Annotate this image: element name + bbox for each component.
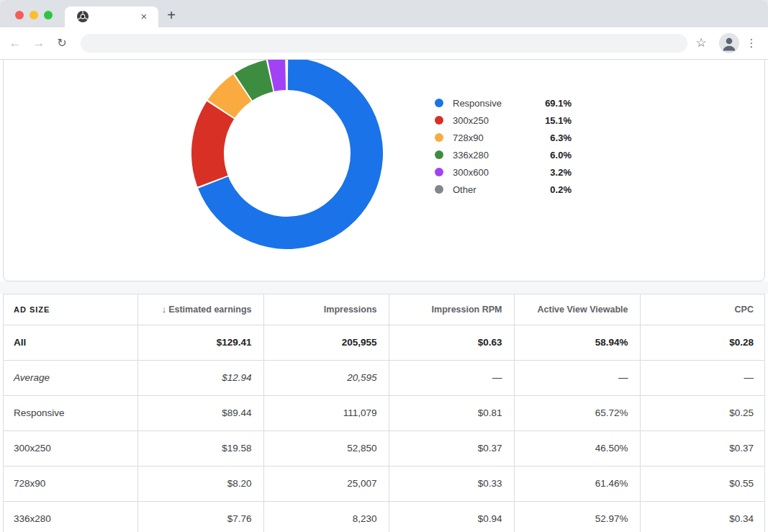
column-header-label: CPC <box>735 305 754 315</box>
reload-icon[interactable]: ↻ <box>53 27 71 59</box>
column-header-ad-size[interactable]: AD SIZE <box>4 294 137 325</box>
legend-value: 69.1% <box>545 98 572 109</box>
cell-value: $0.94 <box>389 501 514 532</box>
cell-value: $0.34 <box>640 501 765 532</box>
new-tab-button[interactable]: + <box>164 8 179 22</box>
browser-tab[interactable]: × <box>65 6 158 27</box>
cell-value: $19.58 <box>137 430 263 466</box>
donut-chart <box>191 60 383 249</box>
traffic-light-zoom-button[interactable] <box>44 11 53 19</box>
cell-value: $0.37 <box>640 430 765 466</box>
legend-item-300x600[interactable]: 300x6003.2% <box>435 163 572 181</box>
browser-menu-icon[interactable]: ⋮ <box>746 27 757 59</box>
donut-segment-300x250[interactable] <box>191 102 234 187</box>
table-row-300x250: 300x250$19.5852,850$0.3746.50%$0.37 <box>4 430 765 466</box>
page-content: Responsive69.1%300x25015.1%728x906.3%336… <box>0 60 768 532</box>
content-divider <box>0 281 768 294</box>
cell-value: — <box>640 360 765 395</box>
browser-window: × + ← → ↻ ☆ ⋮ Responsive69.1%300x25015.1… <box>0 0 768 532</box>
row-label: All <box>4 325 137 360</box>
row-label: Average <box>4 360 137 395</box>
legend-label: Responsive <box>453 98 502 109</box>
sort-descending-icon: ↓ <box>162 304 167 315</box>
cell-value: 25,007 <box>263 466 389 501</box>
legend-value: 6.3% <box>550 132 572 143</box>
legend-swatch-icon <box>435 150 443 159</box>
back-icon[interactable]: ← <box>6 27 24 59</box>
legend-item-300x250[interactable]: 300x25015.1% <box>435 112 572 129</box>
column-header-label: Active View Viewable <box>538 305 628 315</box>
table-row-336x280: 336x280$7.768,230$0.9452.97%$0.34 <box>4 501 765 532</box>
cell-value: 61.46% <box>514 466 640 501</box>
legend-value: 15.1% <box>545 115 572 126</box>
column-header-label: Impression RPM <box>432 305 502 315</box>
tab-close-icon[interactable]: × <box>137 10 150 23</box>
cell-value: 111,079 <box>263 395 389 430</box>
cell-value: 58.94% <box>514 325 640 360</box>
cell-value: 8,230 <box>263 501 389 532</box>
legend-item-Other[interactable]: Other0.2% <box>435 181 572 198</box>
ad-size-chart-card: Responsive69.1%300x25015.1%728x906.3%336… <box>3 60 765 281</box>
tab-favicon-chrome-icon <box>77 11 89 22</box>
ad-size-report-table: AD SIZE↓Estimated earningsImpressionsImp… <box>3 294 765 532</box>
cell-value: $0.25 <box>640 395 765 430</box>
cell-value: 52.97% <box>514 501 640 532</box>
column-header-estimated-earnings[interactable]: ↓Estimated earnings <box>137 294 263 325</box>
column-header-label: Impressions <box>324 305 377 315</box>
cell-value: $0.55 <box>640 466 765 501</box>
cell-value: 205,955 <box>263 325 389 360</box>
cell-value: $7.76 <box>137 501 263 532</box>
column-header-label: AD SIZE <box>14 305 50 314</box>
report-table: AD SIZE↓Estimated earningsImpressionsImp… <box>4 294 765 532</box>
cell-value: $0.33 <box>389 466 514 501</box>
row-label: 336x280 <box>4 501 137 532</box>
forward-icon[interactable]: → <box>30 27 48 59</box>
cell-value: 46.50% <box>514 430 640 466</box>
cell-value: 20,595 <box>263 360 389 395</box>
table-row-all: All$129.41205,955$0.6358.94%$0.28 <box>4 325 765 360</box>
legend-value: 6.0% <box>550 150 572 161</box>
legend-label: Other <box>453 184 476 195</box>
legend-swatch-icon <box>435 168 443 176</box>
column-header-impressions[interactable]: Impressions <box>263 294 389 325</box>
cell-value: $0.81 <box>389 395 514 430</box>
cell-value: — <box>514 360 640 395</box>
table-row-responsive: Responsive$89.44111,079$0.8165.72%$0.25 <box>4 395 765 430</box>
bookmark-star-icon[interactable]: ☆ <box>694 27 708 59</box>
row-label: 728x90 <box>4 466 137 501</box>
cell-value: 65.72% <box>514 395 640 430</box>
table-header: AD SIZE↓Estimated earningsImpressionsImp… <box>4 294 765 325</box>
traffic-light-close-button[interactable] <box>15 11 24 19</box>
legend-label: 300x250 <box>453 115 489 126</box>
profile-avatar-icon[interactable] <box>719 33 739 53</box>
cell-value: $12.94 <box>137 360 263 395</box>
legend-item-728x90[interactable]: 728x906.3% <box>435 129 572 146</box>
legend-swatch-icon <box>435 185 443 194</box>
address-bar-input[interactable] <box>81 34 687 53</box>
cell-value: $0.63 <box>389 325 514 360</box>
legend-item-336x280[interactable]: 336x2806.0% <box>435 146 572 163</box>
cell-value: — <box>389 360 514 395</box>
legend-swatch-icon <box>435 133 443 142</box>
tab-strip: × + <box>0 0 768 27</box>
row-label: 300x250 <box>4 430 137 466</box>
cell-value: $0.28 <box>640 325 765 360</box>
column-header-impression-rpm[interactable]: Impression RPM <box>389 294 514 325</box>
legend-item-Responsive[interactable]: Responsive69.1% <box>435 94 572 112</box>
legend-value: 3.2% <box>550 167 572 178</box>
traffic-light-minimize-button[interactable] <box>30 11 38 19</box>
cell-value: $8.20 <box>137 466 263 501</box>
legend-label: 300x600 <box>453 167 489 178</box>
legend-value: 0.2% <box>550 184 572 195</box>
cell-value: $89.44 <box>137 395 263 430</box>
legend-label: 336x280 <box>453 150 489 161</box>
table-row-728x90: 728x90$8.2025,007$0.3361.46%$0.55 <box>4 466 765 501</box>
chart-legend: Responsive69.1%300x25015.1%728x906.3%336… <box>435 94 572 198</box>
column-header-cpc[interactable]: CPC <box>640 294 765 325</box>
cell-value: $129.41 <box>137 325 263 360</box>
header-row: AD SIZE↓Estimated earningsImpressionsImp… <box>4 294 765 325</box>
column-header-active-view-viewable[interactable]: Active View Viewable <box>514 294 640 325</box>
column-header-label: Estimated earnings <box>168 305 251 315</box>
legend-label: 728x90 <box>453 132 484 143</box>
table-row-average: Average$12.9420,595——— <box>4 360 765 395</box>
